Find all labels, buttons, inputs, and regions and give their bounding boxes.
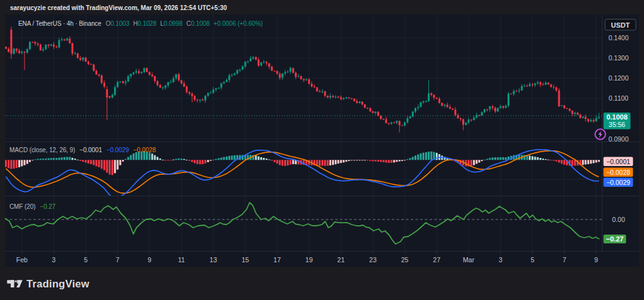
svg-text:−0.0029: −0.0029 [606, 179, 630, 186]
svg-text:25: 25 [401, 256, 409, 264]
svg-text:0.1100: 0.1100 [609, 94, 628, 102]
svg-text:23: 23 [369, 256, 377, 264]
svg-text:9: 9 [148, 256, 152, 264]
svg-text:0.1200: 0.1200 [608, 74, 628, 82]
svg-text:0.1400: 0.1400 [608, 34, 628, 42]
svg-text:13: 13 [209, 256, 217, 264]
svg-text:3: 3 [499, 256, 502, 264]
svg-text:5: 5 [531, 256, 535, 264]
svg-text:3: 3 [52, 256, 56, 264]
svg-text:21: 21 [337, 256, 345, 264]
svg-text:CMF (20)−0.27: CMF (20)−0.27 [9, 203, 56, 210]
svg-text:MACD (close, 12, 26, 9)−0.0001: MACD (close, 12, 26, 9)−0.0001−0.0029−0.… [9, 147, 156, 153]
svg-text:17: 17 [274, 256, 281, 264]
svg-text:0.1008: 0.1008 [606, 113, 628, 121]
svg-text:27: 27 [433, 256, 441, 264]
svg-text:TradingView: TradingView [26, 278, 89, 289]
svg-text:USDT: USDT [611, 21, 630, 29]
svg-text:35:56: 35:56 [609, 121, 625, 128]
svg-text:11: 11 [178, 256, 185, 264]
svg-text:15: 15 [242, 256, 249, 264]
svg-text:0.1300: 0.1300 [608, 54, 628, 62]
svg-text:7: 7 [562, 256, 566, 264]
svg-text:9: 9 [594, 256, 598, 264]
svg-text:0.00: 0.00 [612, 216, 625, 223]
svg-text:0.0900: 0.0900 [608, 135, 628, 143]
svg-text:19: 19 [306, 256, 313, 264]
svg-text:5: 5 [84, 256, 87, 264]
svg-text:ENA / TetherUS · 4h · BinanceO: ENA / TetherUS · 4h · BinanceO0.1003H0.1… [18, 20, 263, 27]
svg-text:−0.0028: −0.0028 [606, 169, 630, 176]
svg-text:7: 7 [116, 256, 119, 264]
svg-text:−0.0001: −0.0001 [606, 158, 630, 165]
svg-text:sarayucyzie created with Tradi: sarayucyzie created with TradingView.com… [10, 4, 227, 11]
svg-text:Mar: Mar [463, 256, 475, 264]
svg-text:Feb: Feb [16, 256, 28, 264]
svg-text:−0.27: −0.27 [606, 235, 624, 243]
